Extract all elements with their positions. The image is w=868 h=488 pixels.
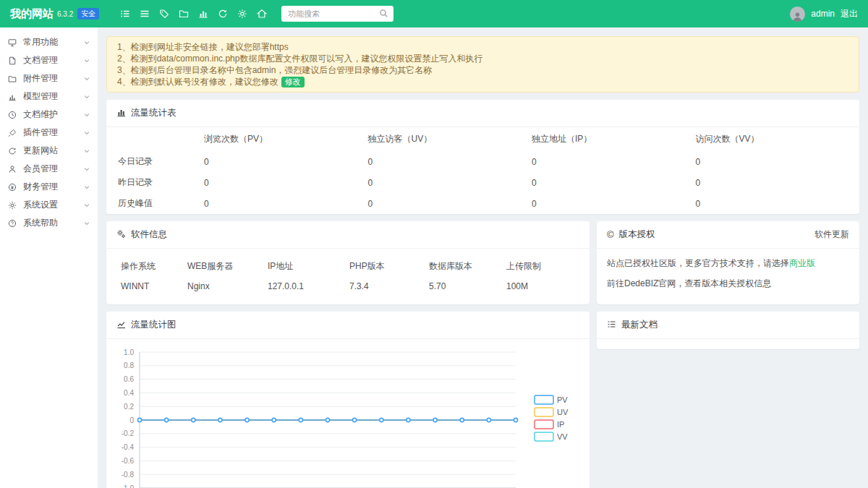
header-user-area: admin 退出	[790, 7, 858, 22]
sidebar-item-attachments[interactable]: 附件管理	[0, 69, 98, 87]
business-edition-link[interactable]: 商业版	[789, 258, 815, 268]
legend-item-PV[interactable]: PV	[535, 395, 568, 404]
column-header-pv: 浏览次数（PV）	[204, 127, 368, 151]
cell: 0	[204, 193, 368, 214]
field-label: 数据库版本	[429, 257, 506, 281]
data-point	[460, 418, 464, 421]
sidebar-item-help[interactable]: 系统帮助	[0, 214, 98, 232]
fix-account-button[interactable]: 修改	[281, 77, 305, 87]
brand[interactable]: 我的网站	[10, 7, 54, 21]
table-row: 历史峰值 0 0 0 0	[106, 193, 859, 214]
security-badge[interactable]: 安全	[77, 8, 99, 20]
field-value: 5.70	[429, 281, 506, 294]
sidebar-item-update-site[interactable]: 更新网站	[0, 142, 98, 160]
card-title: 流量统计表	[131, 107, 176, 119]
legend-item-IP[interactable]: IP	[535, 420, 564, 429]
sidebar-item-common[interactable]: 常用功能	[0, 33, 98, 51]
nav-home-icon[interactable]	[252, 6, 271, 22]
copyright-icon: ©	[607, 229, 614, 240]
sidebar-item-label: 常用功能	[23, 36, 84, 48]
search-icon[interactable]	[379, 9, 388, 20]
chevron-down-icon	[84, 184, 90, 190]
svg-text:VV: VV	[557, 432, 568, 441]
list-icon	[607, 320, 616, 331]
sidebar-item-maintenance[interactable]: 文档维护	[0, 106, 98, 124]
data-point	[326, 418, 329, 421]
field-label: PHP版本	[349, 257, 429, 281]
sidebar: 常用功能 文档管理 附件管理 模型管理 文档维护 插件管理	[0, 27, 98, 488]
svg-text:-0.4: -0.4	[122, 443, 135, 451]
data-point	[299, 418, 302, 421]
money-icon	[8, 183, 18, 192]
sidebar-item-settings[interactable]: 系统设置	[0, 196, 98, 214]
nav-folder-icon[interactable]	[174, 6, 193, 22]
cell: 0	[696, 193, 860, 214]
nav-tag-icon[interactable]	[154, 6, 174, 22]
search-input[interactable]	[281, 6, 393, 22]
sidebar-item-label: 文档管理	[23, 54, 84, 67]
cell: 0	[204, 151, 368, 172]
info-row: 软件信息 操作系统 WEB服务器 IP地址 PHP版本 数据库版本 上传限制 W…	[106, 221, 859, 304]
chevron-down-icon	[84, 166, 90, 172]
sidebar-item-plugins[interactable]: 插件管理	[0, 124, 98, 142]
username[interactable]: admin	[811, 9, 835, 19]
logout-link[interactable]: 退出	[841, 8, 858, 20]
sidebar-item-label: 文档维护	[23, 108, 84, 121]
avatar[interactable]	[790, 7, 805, 22]
sidebar-item-finance[interactable]: 财务管理	[0, 178, 98, 196]
cell: 0	[696, 172, 860, 193]
data-point	[137, 418, 141, 421]
nav-menu-icon[interactable]	[135, 6, 154, 22]
cell: 0	[532, 151, 696, 172]
data-point	[218, 418, 222, 421]
data-point	[433, 418, 437, 421]
nav-refresh-icon[interactable]	[213, 6, 232, 22]
sidebar-item-label: 系统帮助	[23, 217, 84, 229]
sidebar-item-documents[interactable]: 文档管理	[0, 51, 98, 69]
bar-chart-icon	[8, 93, 18, 101]
traffic-table-header: 流量统计表	[106, 100, 859, 127]
data-point	[245, 418, 249, 421]
field-value: 7.3.4	[349, 281, 429, 294]
svg-text:-0.2: -0.2	[122, 429, 135, 437]
software-info-grid: 操作系统 WEB服务器 IP地址 PHP版本 数据库版本 上传限制 WINNT …	[106, 249, 590, 304]
license-body: 站点已授权社区版，更多官方技术支持，请选择商业版 前往DedeBIZ官网，查看版…	[597, 249, 859, 299]
nav-list-icon[interactable]	[115, 6, 135, 22]
svg-text:0.4: 0.4	[124, 389, 134, 397]
license-card: © 版本授权 软件更新 站点已授权社区版，更多官方技术支持，请选择商业版 前往D…	[597, 221, 859, 304]
sidebar-item-label: 财务管理	[23, 181, 84, 193]
software-update-link[interactable]: 软件更新	[814, 228, 849, 241]
svg-text:0: 0	[129, 416, 134, 424]
alert-line-text: 4、检测到默认账号没有修改，建议您修改	[117, 77, 278, 87]
sidebar-item-label: 会员管理	[23, 163, 84, 175]
sidebar-item-members[interactable]: 会员管理	[0, 160, 98, 178]
sidebar-item-models[interactable]: 模型管理	[0, 87, 98, 106]
latest-docs-card: 最新文档	[597, 312, 859, 349]
traffic-table: 浏览次数（PV） 独立访客（UV） 独立地址（IP） 访问次数（VV） 今日记录…	[106, 127, 859, 214]
chevron-down-icon	[84, 112, 90, 118]
traffic-line-chart: 1.00.80.60.40.20-0.2-0.4-0.6-0.8-1.005-2…	[114, 345, 576, 488]
nav-chart-icon[interactable]	[193, 6, 213, 22]
alert-line: 1、检测到网址非安全链接，建议您部署https	[117, 41, 848, 53]
svg-text:0.2: 0.2	[124, 403, 134, 411]
data-point	[192, 418, 195, 421]
chart-row: 流量统计图 1.00.80.60.40.20-0.2-0.4-0.6-0.8-1…	[106, 312, 859, 488]
chart-body: 1.00.80.60.40.20-0.2-0.4-0.6-0.8-1.005-2…	[106, 339, 590, 488]
user-icon	[8, 165, 18, 174]
software-info-header: 软件信息	[106, 221, 590, 249]
legend-item-UV[interactable]: UV	[535, 408, 569, 416]
field-label: IP地址	[268, 257, 349, 281]
chevron-down-icon	[84, 40, 90, 46]
cell: 0	[696, 151, 860, 172]
nav-gear-icon[interactable]	[232, 6, 252, 22]
data-point	[353, 418, 357, 421]
plugin-icon	[8, 129, 18, 137]
legend-item-VV[interactable]: VV	[535, 432, 568, 441]
table-header-row: 浏览次数（PV） 独立访客（UV） 独立地址（IP） 访问次数（VV）	[106, 127, 859, 151]
gears-icon	[116, 229, 126, 241]
table-row: 昨日记录 0 0 0 0	[106, 172, 859, 193]
row-label: 昨日记录	[106, 172, 204, 193]
version-label: 6.3.2	[57, 10, 73, 18]
quick-nav	[115, 6, 271, 22]
monitor-icon	[8, 38, 18, 47]
